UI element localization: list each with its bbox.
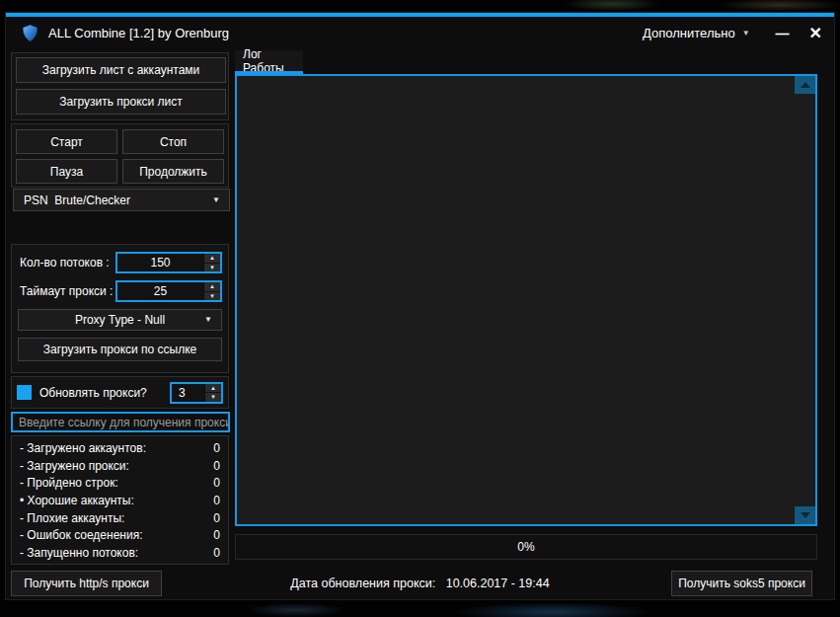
- threads-row: Кол-во потоков : 150 ▲ ▼: [18, 252, 222, 273]
- stop-button[interactable]: Стоп: [122, 129, 224, 154]
- load-proxy-list-button[interactable]: Загрузить прокси лист: [16, 89, 226, 115]
- refresh-proxy-checkbox[interactable]: [17, 385, 32, 400]
- start-button[interactable]: Старт: [16, 129, 117, 154]
- settings-group: Кол-во потоков : 150 ▲ ▼ Таймаут прокси …: [11, 244, 229, 373]
- stat-value: 0: [213, 476, 220, 490]
- get-soks5-proxy-button[interactable]: Получить soks5 прокси: [671, 571, 812, 596]
- stat-value: 0: [213, 494, 220, 507]
- timeout-row: Таймаут прокси : 25 ▲ ▼: [18, 280, 222, 302]
- additional-menu-button[interactable]: Дополнительно ▼: [643, 26, 750, 40]
- additional-menu-label: Дополнительно: [643, 26, 735, 40]
- stat-label: • Хорошие аккаунты:: [20, 494, 134, 507]
- close-icon[interactable]: ✕: [809, 24, 822, 42]
- stat-value: 0: [213, 441, 220, 455]
- threads-label: Кол-во потоков :: [18, 256, 110, 270]
- load-buttons-group: Загрузить лист с аккаунтами Загрузить пр…: [11, 52, 229, 120]
- spin-up-icon[interactable]: ▲: [205, 384, 221, 393]
- proxy-type-select[interactable]: Proxy Type - Null ▼: [18, 309, 222, 331]
- stat-row-loaded-accounts: - Загружено аккаунтов: 0: [20, 441, 220, 455]
- scroll-up-button[interactable]: [795, 76, 815, 94]
- stat-value: 0: [213, 511, 220, 525]
- run-controls-group: Старт Стоп Пауза Продолжить: [11, 123, 229, 188]
- window-title: ALL Combine [1.2] by Orenburg: [48, 26, 229, 40]
- chevron-down-icon: ▼: [204, 316, 212, 324]
- pause-button[interactable]: Пауза: [16, 159, 117, 184]
- refresh-proxy-label: Обновлять прокси?: [39, 386, 147, 400]
- minimize-icon[interactable]: —: [776, 29, 790, 39]
- spin-up-icon[interactable]: ▲: [204, 254, 220, 263]
- mode-select[interactable]: PSN Brute/Checker ▼: [13, 189, 230, 211]
- scroll-down-button[interactable]: [795, 506, 815, 524]
- stat-row-good-accounts: • Хорошие аккаунты: 0: [20, 494, 220, 507]
- stat-row-bad-accounts: - Плохие аккаунты: 0: [20, 511, 220, 525]
- stat-value: 0: [213, 546, 220, 560]
- spin-down-icon[interactable]: ▼: [204, 264, 220, 272]
- stat-row-connection-errors: - Ошибок соеденения: 0: [20, 528, 220, 542]
- stat-value: 0: [213, 528, 220, 542]
- scroll-down-icon: [801, 512, 810, 518]
- refresh-interval-value[interactable]: 3: [172, 384, 204, 402]
- stat-row-loaded-proxies: - Загружено прокси: 0: [20, 459, 220, 473]
- timeout-label: Таймаут прокси :: [18, 284, 113, 298]
- stat-row-lines-processed: - Пройдено строк: 0: [20, 476, 220, 490]
- load-proxy-by-url-button[interactable]: Загрузить прокси по ссылке: [18, 338, 222, 361]
- refresh-proxy-group: Обновлять прокси? 3 ▲ ▼: [11, 376, 229, 409]
- threads-value[interactable]: 150: [117, 254, 203, 271]
- stat-label: - Загружено аккаунтов:: [20, 441, 146, 455]
- stat-label: - Загружено прокси:: [20, 459, 129, 473]
- proxy-update-date-label: Дата обновления прокси:: [290, 577, 435, 590]
- resume-button[interactable]: Продолжить: [122, 159, 224, 184]
- spin-up-icon[interactable]: ▲: [204, 282, 220, 291]
- stats-group: - Загружено аккаунтов: 0 - Загружено про…: [11, 435, 229, 565]
- chevron-down-icon: ▼: [212, 196, 220, 204]
- app-window: ALL Combine [1.2] by Orenburg Дополнител…: [5, 12, 835, 600]
- stat-value: 0: [213, 459, 220, 473]
- tab-work-log[interactable]: Лог Работы: [235, 50, 303, 71]
- titlebar: ALL Combine [1.2] by Orenburg Дополнител…: [6, 17, 834, 49]
- spin-down-icon[interactable]: ▼: [204, 292, 220, 301]
- stat-label: - Ошибок соеденения:: [20, 528, 142, 542]
- spin-down-icon[interactable]: ▼: [205, 393, 221, 402]
- timeout-stepper[interactable]: 25 ▲ ▼: [115, 280, 222, 302]
- timeout-value[interactable]: 25: [117, 282, 203, 300]
- chevron-down-icon: ▼: [742, 30, 750, 38]
- refresh-interval-stepper[interactable]: 3 ▲ ▼: [170, 382, 223, 404]
- work-log-area[interactable]: [235, 74, 817, 526]
- proxy-update-date-value: 10.06.2017 - 19:44: [446, 577, 550, 590]
- proxy-type-selected-value: Proxy Type - Null: [75, 313, 165, 327]
- progress-value: 0%: [517, 540, 534, 554]
- stat-label: - Плохие аккаунты:: [20, 511, 124, 525]
- progress-bar: 0%: [235, 534, 817, 560]
- scroll-up-icon: [801, 82, 810, 88]
- mode-selected-value: PSN Brute/Checker: [24, 193, 130, 207]
- shield-icon: [23, 25, 38, 41]
- stat-label: - Запущенно потоков:: [20, 546, 138, 560]
- stat-label: - Пройдено строк:: [20, 476, 118, 490]
- threads-stepper[interactable]: 150 ▲ ▼: [115, 252, 222, 273]
- load-accounts-button[interactable]: Загрузить лист с аккаунтами: [16, 57, 226, 83]
- stat-row-threads-running: - Запущенно потоков: 0: [20, 546, 220, 560]
- proxy-url-input[interactable]: [11, 412, 230, 432]
